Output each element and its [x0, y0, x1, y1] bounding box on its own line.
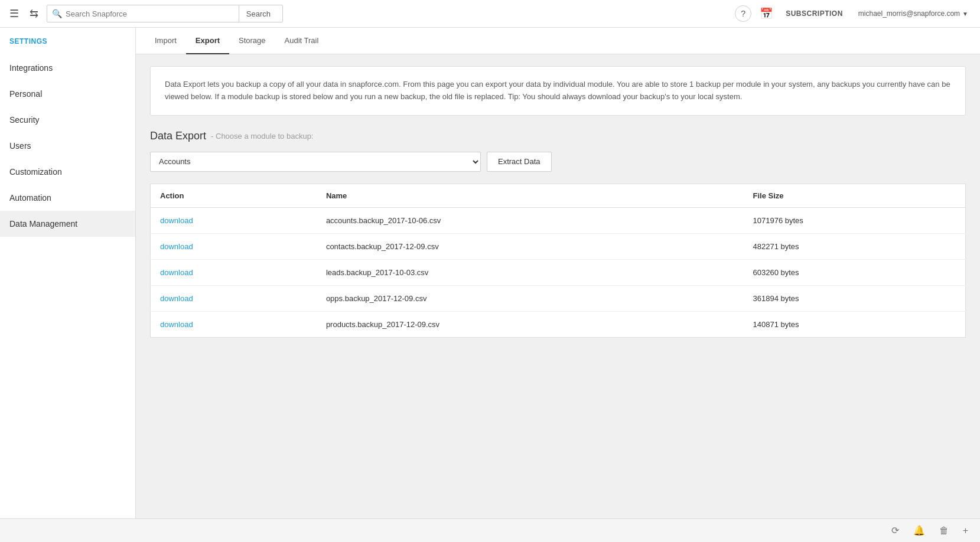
filesize-cell: 1071976 bytes [744, 207, 966, 233]
settings-label: SETTINGS [0, 37, 135, 55]
name-cell: contacts.backup_2017-12-09.csv [317, 233, 744, 259]
sidebar-item-personal[interactable]: Personal [0, 81, 135, 107]
table-row: downloadcontacts.backup_2017-12-09.csv48… [151, 233, 966, 259]
search-icon: 🔍 [52, 9, 62, 18]
bottom-bar: ⟳ 🔔 🗑 + [0, 518, 980, 542]
section-title: Data Export - Choose a module to backup: [150, 130, 966, 142]
sidebar: SETTINGS Integrations Personal Security … [0, 28, 136, 518]
table-row: downloadleads.backup_2017-10-03.csv60326… [151, 259, 966, 285]
trash-icon[interactable]: 🗑 [937, 523, 951, 538]
info-box: Data Export lets you backup a copy of al… [150, 66, 966, 116]
search-button[interactable]: Search [239, 5, 278, 22]
table-row: downloadaccounts.backup_2017-10-06.csv10… [151, 207, 966, 233]
name-cell: accounts.backup_2017-10-06.csv [317, 207, 744, 233]
download-link[interactable]: download [160, 294, 193, 303]
section-subtitle: - Choose a module to backup: [211, 132, 313, 141]
history-icon[interactable]: ⟳ [889, 523, 901, 538]
user-email: michael_morris@snapforce.com [858, 9, 960, 18]
name-cell: leads.backup_2017-10-03.csv [317, 259, 744, 285]
search-input[interactable] [66, 9, 239, 18]
col-action: Action [151, 184, 317, 207]
info-text: Data Export lets you backup a copy of al… [165, 80, 950, 101]
menu-icon[interactable]: ☰ [7, 5, 21, 22]
help-button[interactable]: ? [735, 5, 751, 22]
sidebar-item-security[interactable]: Security [0, 107, 135, 133]
tab-audit-trail[interactable]: Audit Trail [275, 28, 328, 54]
sidebar-item-customization[interactable]: Customization [0, 159, 135, 185]
download-link[interactable]: download [160, 320, 193, 329]
download-link[interactable]: download [160, 268, 193, 277]
filesize-cell: 603260 bytes [744, 259, 966, 285]
name-cell: opps.backup_2017-12-09.csv [317, 285, 744, 311]
data-export-table: Action Name File Size downloadaccounts.b… [150, 184, 966, 338]
table-row: downloadproducts.backup_2017-12-09.csv14… [151, 311, 966, 337]
col-name: Name [317, 184, 744, 207]
download-link[interactable]: download [160, 242, 193, 251]
search-bar: 🔍 Search [47, 5, 283, 22]
extract-data-button[interactable]: Extract Data [487, 152, 552, 172]
main-content: Data Export lets you backup a copy of al… [136, 54, 980, 518]
tab-export[interactable]: Export [186, 28, 229, 54]
filesize-cell: 482271 bytes [744, 233, 966, 259]
action-cell: download [151, 233, 317, 259]
filesize-cell: 361894 bytes [744, 285, 966, 311]
sidebar-item-data-management[interactable]: Data Management [0, 211, 135, 237]
table-row: downloadopps.backup_2017-12-09.csv361894… [151, 285, 966, 311]
main-layout: SETTINGS Integrations Personal Security … [0, 28, 980, 518]
action-cell: download [151, 311, 317, 337]
sidebar-item-automation[interactable]: Automation [0, 185, 135, 211]
module-selector-row: Accounts Contacts Leads Opportunities Pr… [150, 152, 966, 172]
tabs-bar: Import Export Storage Audit Trail [136, 28, 980, 54]
chevron-down-icon: ▼ [962, 11, 968, 17]
subscription-button[interactable]: SUBSCRIPTION [781, 9, 848, 18]
filesize-cell: 140871 bytes [744, 311, 966, 337]
download-link[interactable]: download [160, 216, 193, 225]
action-cell: download [151, 207, 317, 233]
module-select[interactable]: Accounts Contacts Leads Opportunities Pr… [150, 152, 481, 172]
user-menu[interactable]: michael_morris@snapforce.com ▼ [854, 9, 973, 18]
plus-icon[interactable]: + [961, 523, 971, 538]
tab-import[interactable]: Import [145, 28, 186, 54]
tab-storage[interactable]: Storage [229, 28, 275, 54]
transfer-icon[interactable]: ⇆ [27, 5, 41, 22]
sidebar-item-integrations[interactable]: Integrations [0, 55, 135, 81]
col-filesize: File Size [744, 184, 966, 207]
data-export-title: Data Export [150, 130, 206, 142]
action-cell: download [151, 259, 317, 285]
name-cell: products.backup_2017-12-09.csv [317, 311, 744, 337]
content-area: Import Export Storage Audit Trail Data E… [136, 28, 980, 518]
calendar-icon[interactable]: 📅 [757, 5, 775, 22]
top-navigation: ☰ ⇆ 🔍 Search ? 📅 SUBSCRIPTION michael_mo… [0, 0, 980, 28]
sidebar-item-users[interactable]: Users [0, 133, 135, 159]
action-cell: download [151, 285, 317, 311]
bell-icon[interactable]: 🔔 [911, 523, 927, 538]
